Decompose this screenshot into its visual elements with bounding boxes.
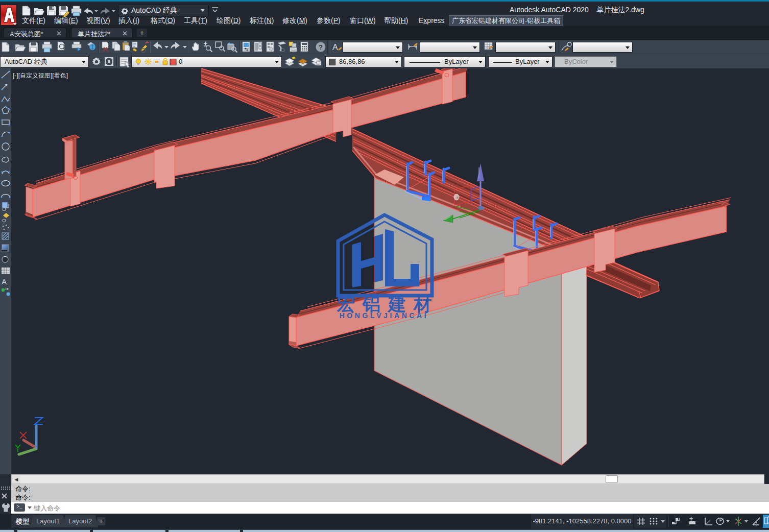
svg-text:HONGLVJIANCAI: HONGLVJIANCAI bbox=[340, 311, 429, 320]
svg-text:A: A bbox=[2, 277, 7, 286]
svg-text:A: A bbox=[332, 43, 338, 52]
svg-text:?: ? bbox=[319, 43, 323, 51]
